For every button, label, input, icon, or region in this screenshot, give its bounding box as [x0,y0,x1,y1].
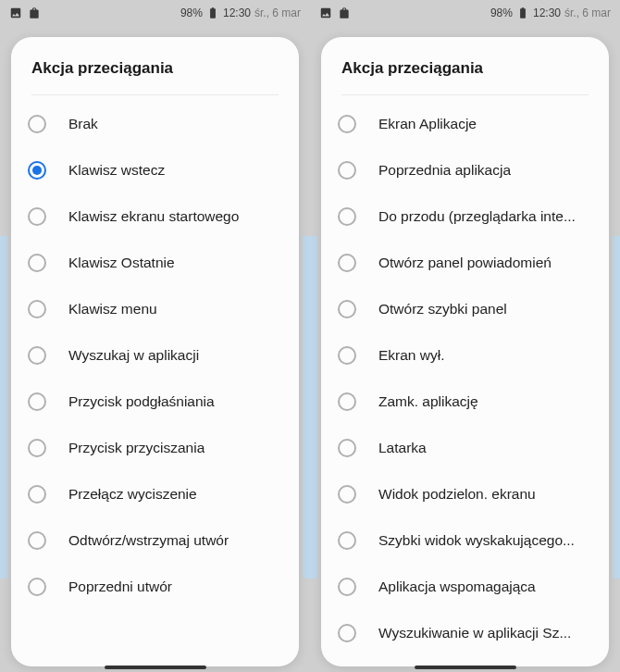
radio-option[interactable]: Przycisk podgłaśniania [11,379,299,425]
shop-icon [338,6,351,19]
status-bar: 98% 12:30 śr., 6 mar [310,0,620,26]
image-icon [319,6,332,19]
radio-label: Brak [68,116,98,132]
battery-pct: 98% [490,6,513,19]
radio-label: Wyszukiwanie w aplikacji Sz... [378,625,571,641]
radio-icon[interactable] [28,485,46,504]
radio-label: Otwórz szybki panel [378,301,507,317]
radio-icon[interactable] [28,346,46,365]
date: śr., 6 mar [254,6,301,19]
radio-icon[interactable] [338,254,356,272]
shop-icon [28,6,41,19]
radio-label: Klawisz ekranu startowego [68,208,239,225]
radio-label: Ekran Aplikacje [378,116,477,132]
radio-label: Klawisz Ostatnie [68,255,175,271]
radio-label: Przycisk przyciszania [68,440,205,456]
radio-icon[interactable] [28,254,46,272]
radio-label: Ekran wył. [378,347,445,364]
radio-list[interactable]: Ekran AplikacjePoprzednia aplikacjaDo pr… [321,95,609,666]
radio-option[interactable]: Klawisz wstecz [11,147,299,193]
status-bar: 98% 12:30 śr., 6 mar [0,0,310,26]
radio-list[interactable]: BrakKlawisz wsteczKlawisz ekranu startow… [11,95,299,666]
radio-option[interactable]: Do przodu (przeglądarka inte... [321,193,609,240]
radio-option[interactable]: Klawisz menu [11,286,299,332]
nav-handle[interactable] [105,666,206,669]
radio-label: Otwórz panel powiadomień [378,255,552,271]
radio-option[interactable]: Poprzedni utwór [11,564,299,610]
radio-icon[interactable] [338,485,356,504]
radio-icon[interactable] [28,161,46,180]
radio-option[interactable]: Klawisz Ostatnie [11,240,299,286]
nav-handle[interactable] [415,666,516,669]
radio-icon[interactable] [28,578,46,596]
dialog-card: Akcja przeciągania Ekran AplikacjePoprze… [321,37,609,666]
radio-option[interactable]: Poprzednia aplikacja [321,147,609,193]
radio-label: Widok podzielon. ekranu [378,486,536,503]
radio-icon[interactable] [338,207,356,226]
time: 12:30 [223,6,251,19]
radio-option[interactable]: Klawisz ekranu startowego [11,193,299,240]
radio-icon[interactable] [338,392,356,411]
edge-panel-left[interactable] [310,236,317,579]
battery-icon [206,6,219,19]
radio-icon[interactable] [28,115,46,133]
edge-panel-right[interactable] [303,236,310,579]
radio-option[interactable]: Odtwórz/wstrzymaj utwór [11,517,299,564]
edge-panel-left[interactable] [0,236,7,579]
time: 12:30 [533,6,561,19]
dialog-title: Akcja przeciągania [341,59,589,78]
phone-screen-right: 98% 12:30 śr., 6 mar Akcja przeciągania … [310,0,620,672]
phone-screen-left: 98% 12:30 śr., 6 mar Akcja przeciągania … [0,0,310,672]
radio-option[interactable]: Wyszukaj w aplikacji [11,332,299,379]
radio-icon[interactable] [338,115,356,133]
radio-option[interactable]: Szybki widok wyskakującego... [321,517,609,564]
radio-icon[interactable] [28,392,46,411]
dialog-title: Akcja przeciągania [31,59,279,78]
radio-option[interactable]: Przycisk przyciszania [11,425,299,471]
radio-label: Poprzednia aplikacja [378,162,511,179]
radio-option[interactable]: Otwórz szybki panel [321,286,609,332]
date: śr., 6 mar [564,6,611,19]
radio-icon[interactable] [338,531,356,550]
radio-option[interactable]: Widok podzielon. ekranu [321,471,609,517]
radio-icon[interactable] [338,346,356,365]
radio-label: Odtwórz/wstrzymaj utwór [68,532,229,549]
radio-option[interactable]: Wyszukiwanie w aplikacji Sz... [321,610,609,656]
radio-label: Aplikacja wspomagająca [378,579,536,595]
radio-label: Przełącz wyciszenie [68,486,197,503]
radio-label: Do przodu (przeglądarka inte... [378,208,576,225]
image-icon [9,6,22,19]
radio-option[interactable]: Ekran Aplikacje [321,101,609,147]
radio-label: Wyszukaj w aplikacji [68,347,199,364]
radio-option[interactable]: Otwórz panel powiadomień [321,240,609,286]
radio-icon[interactable] [28,531,46,550]
radio-option[interactable]: Zamk. aplikację [321,379,609,425]
radio-option[interactable]: Przełącz wyciszenie [11,471,299,517]
radio-option[interactable]: Aplikacja wspomagająca [321,564,609,610]
dialog-card: Akcja przeciągania BrakKlawisz wsteczKla… [11,37,299,666]
radio-label: Latarka [378,440,427,456]
radio-label: Zamk. aplikację [378,393,478,410]
radio-label: Klawisz wstecz [68,162,165,179]
radio-icon[interactable] [28,207,46,226]
battery-icon [516,6,529,19]
radio-icon[interactable] [338,624,356,642]
radio-icon[interactable] [338,578,356,596]
radio-icon[interactable] [338,439,356,457]
radio-icon[interactable] [338,300,356,318]
radio-icon[interactable] [28,439,46,457]
radio-label: Poprzedni utwór [68,579,172,595]
radio-icon[interactable] [338,161,356,180]
radio-label: Klawisz menu [68,301,157,317]
battery-pct: 98% [180,6,203,19]
radio-option[interactable]: Brak [11,101,299,147]
radio-icon[interactable] [28,300,46,318]
edge-panel-right[interactable] [613,236,620,579]
radio-label: Szybki widok wyskakującego... [378,532,575,549]
radio-option[interactable]: Latarka [321,425,609,471]
radio-option[interactable]: Ekran wył. [321,332,609,379]
radio-label: Przycisk podgłaśniania [68,393,215,410]
